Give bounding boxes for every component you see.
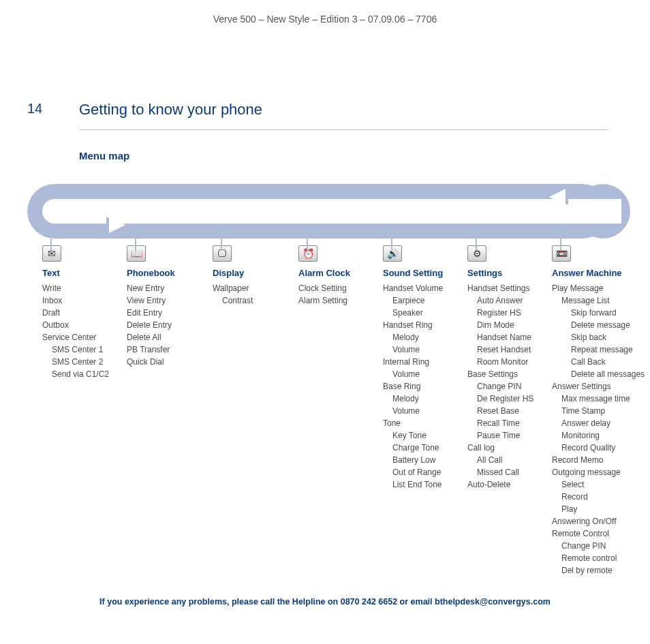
menu-item: Draft: [42, 307, 109, 319]
menu-item: SMS Center 2: [42, 356, 109, 368]
menu-item: Service Center: [42, 331, 109, 343]
menu-item: Record Quality: [552, 442, 645, 454]
menu-item: Send via C1/C2: [42, 368, 109, 380]
menu-item: Melody: [383, 393, 443, 405]
menu-item: Play Message: [552, 282, 645, 294]
menu-item: Register HS: [467, 307, 533, 319]
menu-column-display: 🖵DisplayWallpaperContrast: [213, 245, 253, 307]
menu-item: SMS Center 1: [42, 343, 109, 356]
connector-line: [476, 239, 477, 251]
menu-item: Reset Handset: [467, 343, 533, 356]
menu-item: Volume: [383, 405, 443, 417]
menu-item: Del by remote: [552, 564, 645, 577]
menu-column-settings: ⚙SettingsHandset SettingsAuto AnswerRegi…: [467, 245, 533, 491]
menu-item: Auto-Delete: [467, 478, 533, 491]
menu-item: Key Tone: [383, 429, 443, 442]
menu-item: Battery Low: [383, 454, 443, 466]
menu-item: Outgoing message: [552, 466, 645, 478]
menu-item: Auto Answer: [467, 294, 533, 307]
menu-item-list: Handset SettingsAuto AnswerRegister HSDi…: [467, 282, 533, 491]
menu-item: Outbox: [42, 319, 109, 331]
connector-line: [391, 239, 392, 251]
menu-item: Volume: [383, 343, 443, 356]
menu-item: Delete Entry: [127, 319, 175, 331]
menu-item: Earpiece: [383, 294, 443, 307]
menu-item: Change PIN: [552, 540, 645, 552]
menu-item: Remote control: [552, 552, 645, 564]
menu-item: Change PIN: [467, 380, 533, 393]
menu-item: Speaker: [383, 307, 443, 319]
menu-item: Missed Call: [467, 466, 533, 478]
menu-item: Delete All: [127, 331, 175, 343]
connector-line: [560, 239, 561, 251]
menu-item-list: Clock SettingAlarm Setting: [298, 282, 350, 307]
menu-item: Skip back: [552, 331, 645, 343]
menu-item: Internal Ring: [383, 356, 443, 368]
menu-item: Answer delay: [552, 417, 645, 429]
document-header: Verve 500 – New Style – Edition 3 – 07.0…: [0, 14, 650, 25]
connector-line: [50, 239, 52, 251]
menu-column-answer-machine: 📼Answer MachinePlay MessageMessage ListS…: [552, 245, 645, 577]
menu-item: List End Tone: [383, 478, 443, 491]
answer-machine-icon: 📼: [552, 245, 571, 262]
helpline-footer: If you experience any problems, please c…: [0, 597, 650, 607]
menu-item: Answer Settings: [552, 380, 645, 393]
connector-line: [307, 239, 308, 251]
menu-item: Write: [42, 282, 109, 294]
menu-item: Volume: [383, 368, 443, 380]
menu-column-phonebook: 📖PhonebookNew EntryView EntryEdit EntryD…: [127, 245, 175, 368]
menu-item: Wallpaper: [213, 282, 253, 294]
menu-item: Room Monitor: [467, 356, 533, 368]
menu-item: Message List: [552, 294, 645, 307]
menu-item: Tone: [383, 417, 443, 429]
divider: [79, 129, 607, 130]
menu-item: Max message time: [552, 393, 645, 405]
menu-item: Reset Base: [467, 405, 533, 417]
subsection-title: Menu map: [79, 150, 129, 162]
menu-column-text: ✉TextWriteInboxDraftOutboxService Center…: [42, 245, 109, 380]
menu-item: Base Ring: [383, 380, 443, 393]
menu-item: Call log: [467, 442, 533, 454]
menu-item: Skip forward: [552, 307, 645, 319]
menu-item: Quick Dial: [127, 356, 175, 368]
menu-item: De Register HS: [467, 393, 533, 405]
menu-item: Delete message: [552, 319, 645, 331]
menu-item: Out of Range: [383, 466, 443, 478]
menu-item: Handset Name: [467, 331, 533, 343]
menu-flow-graphic: [27, 184, 630, 239]
arrow-right-icon: [109, 217, 125, 233]
page-number: 14: [27, 101, 42, 117]
sound-setting-icon: 🔊: [383, 245, 402, 262]
connector-line: [135, 239, 136, 251]
menu-item: Clock Setting: [298, 282, 350, 294]
menu-item: Remote Control: [552, 527, 645, 540]
menu-item: PB Transfer: [127, 343, 175, 356]
menu-item: Alarm Setting: [298, 294, 350, 307]
menu-item: New Entry: [127, 282, 175, 294]
menu-item: Inbox: [42, 294, 109, 307]
menu-item-list: Handset VolumeEarpieceSpeakerHandset Rin…: [383, 282, 443, 491]
section-title: Getting to know your phone: [79, 101, 262, 119]
text-icon: ✉: [42, 245, 61, 262]
menu-item: Play: [552, 503, 645, 515]
column-title: Text: [42, 267, 109, 279]
menu-item: All Call: [467, 454, 533, 466]
arrow-left-icon: [549, 189, 566, 205]
menu-item: Time Stamp: [552, 405, 645, 417]
menu-item-list: Play MessageMessage ListSkip forwardDele…: [552, 282, 645, 577]
menu-item: Select: [552, 478, 645, 491]
menu-item-list: WallpaperContrast: [213, 282, 253, 307]
menu-item: Charge Tone: [383, 442, 443, 454]
menu-item: Call Back: [552, 356, 645, 368]
menu-item-list: WriteInboxDraftOutboxService CenterSMS C…: [42, 282, 109, 380]
menu-item: Contrast: [213, 294, 253, 307]
menu-item: Monitoring: [552, 429, 645, 442]
menu-item: Handset Ring: [383, 319, 443, 331]
menu-item: Delete all messages: [552, 368, 645, 380]
menu-item: Record: [552, 491, 645, 503]
menu-item: Dim Mode: [467, 319, 533, 331]
column-title: Alarm Clock: [298, 267, 350, 279]
menu-item: Answering On/Off: [552, 515, 645, 527]
menu-item: Handset Settings: [467, 282, 533, 294]
alarm-clock-icon: ⏰: [298, 245, 318, 262]
